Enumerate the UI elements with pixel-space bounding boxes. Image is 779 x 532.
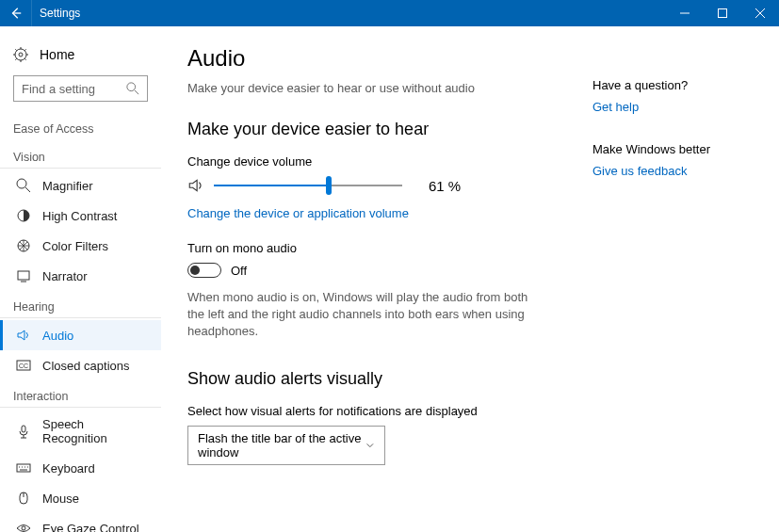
- svg-point-1: [15, 49, 26, 60]
- search-icon: [126, 82, 139, 95]
- mono-audio-label: Turn on mono audio: [187, 241, 564, 255]
- gear-icon: [13, 47, 28, 62]
- sidebar-item-label: Magnifier: [42, 179, 92, 193]
- sidebar-item-label: Narrator: [42, 269, 88, 283]
- sidebar-item-high-contrast[interactable]: High Contrast: [0, 201, 161, 231]
- section-hear-heading: Make your device easier to hear: [187, 120, 564, 139]
- eye-icon: [16, 521, 31, 532]
- microphone-icon: [16, 424, 31, 439]
- svg-point-4: [17, 179, 26, 188]
- page-title: Audio: [187, 45, 564, 72]
- window-controls: [666, 0, 779, 26]
- maximize-icon: [718, 8, 727, 18]
- sidebar-item-label: Eye Gaze Control: [42, 522, 139, 533]
- search-placeholder: Find a setting: [22, 82, 95, 96]
- svg-point-13: [22, 526, 25, 530]
- title-bar: Settings: [0, 0, 779, 26]
- category-label: Ease of Access: [0, 113, 161, 141]
- sidebar-item-mouse[interactable]: Mouse: [0, 483, 161, 513]
- sidebar-item-label: Closed captions: [42, 359, 130, 373]
- svg-rect-11: [17, 464, 30, 472]
- svg-point-2: [19, 53, 23, 56]
- sidebar-item-label: Color Filters: [42, 239, 108, 253]
- group-label-interaction: Interaction: [0, 380, 161, 408]
- svg-rect-0: [719, 9, 727, 18]
- minimize-icon: [680, 8, 690, 18]
- sidebar-item-narrator[interactable]: Narrator: [0, 261, 161, 291]
- sidebar-item-magnifier[interactable]: Magnifier: [0, 170, 161, 201]
- sidebar-item-audio[interactable]: Audio: [0, 320, 161, 350]
- home-label: Home: [40, 47, 74, 62]
- volume-value: 61 %: [429, 178, 461, 194]
- dropdown-value: Flash the title bar of the active window: [198, 431, 365, 459]
- give-feedback-link[interactable]: Give us feedback: [592, 164, 753, 178]
- mono-audio-state: Off: [231, 264, 247, 278]
- cc-icon: CC: [16, 358, 31, 373]
- question-heading: Have a question?: [592, 78, 753, 92]
- alerts-label: Select how visual alerts for notificatio…: [187, 404, 564, 418]
- maximize-button[interactable]: [704, 0, 741, 26]
- svg-text:CC: CC: [19, 363, 28, 369]
- chevron-down-icon: [365, 440, 375, 451]
- feedback-heading: Make Windows better: [592, 142, 753, 156]
- page-subtitle: Make your device easier to hear or use w…: [187, 81, 564, 95]
- sidebar-item-label: Speech Recognition: [42, 417, 148, 445]
- magnifier-icon: [16, 178, 31, 193]
- minimize-button[interactable]: [666, 0, 704, 26]
- sidebar-item-closed-captions[interactable]: CC Closed captions: [0, 350, 161, 380]
- sidebar-item-keyboard[interactable]: Keyboard: [0, 453, 161, 483]
- contrast-icon: [16, 208, 31, 223]
- visual-alerts-dropdown[interactable]: Flash the title bar of the active window: [187, 426, 385, 465]
- sidebar-item-eye-gaze-control[interactable]: Eye Gaze Control: [0, 513, 161, 532]
- window-title: Settings: [32, 7, 80, 20]
- svg-point-3: [127, 83, 136, 91]
- sidebar-item-speech-recognition[interactable]: Speech Recognition: [0, 410, 161, 453]
- get-help-link[interactable]: Get help: [592, 100, 753, 114]
- svg-rect-7: [18, 271, 29, 280]
- close-button[interactable]: [741, 0, 779, 26]
- sidebar-item-label: Audio: [42, 329, 73, 343]
- sidebar-item-label: Keyboard: [42, 461, 95, 476]
- close-icon: [755, 8, 765, 18]
- back-button[interactable]: [0, 0, 32, 26]
- sidebar-item-label: High Contrast: [42, 209, 117, 223]
- narrator-icon: [16, 268, 31, 283]
- svg-rect-10: [22, 426, 25, 432]
- volume-label: Change device volume: [187, 154, 564, 169]
- section-alerts-heading: Show audio alerts visually: [187, 369, 564, 389]
- mouse-icon: [16, 491, 31, 506]
- keyboard-icon: [16, 460, 31, 476]
- volume-slider[interactable]: [214, 176, 402, 195]
- search-input[interactable]: Find a setting: [13, 75, 148, 102]
- arrow-left-icon: [9, 7, 23, 20]
- sidebar: Home Find a setting Ease of Access Visio…: [0, 26, 161, 532]
- change-device-link[interactable]: Change the device or application volume: [187, 206, 564, 220]
- mono-audio-description: When mono audio is on, Windows will play…: [187, 289, 545, 341]
- group-label-vision: Vision: [0, 141, 161, 169]
- mono-audio-toggle[interactable]: [187, 263, 221, 278]
- volume-speaker-icon: [187, 177, 204, 194]
- color-filters-icon: [16, 238, 31, 253]
- sidebar-item-label: Mouse: [42, 492, 79, 506]
- home-button[interactable]: Home: [0, 41, 161, 75]
- speaker-icon: [16, 328, 31, 343]
- main-content: Audio Make your device easier to hear or…: [161, 26, 779, 532]
- group-label-hearing: Hearing: [0, 291, 161, 318]
- sidebar-item-color-filters[interactable]: Color Filters: [0, 231, 161, 261]
